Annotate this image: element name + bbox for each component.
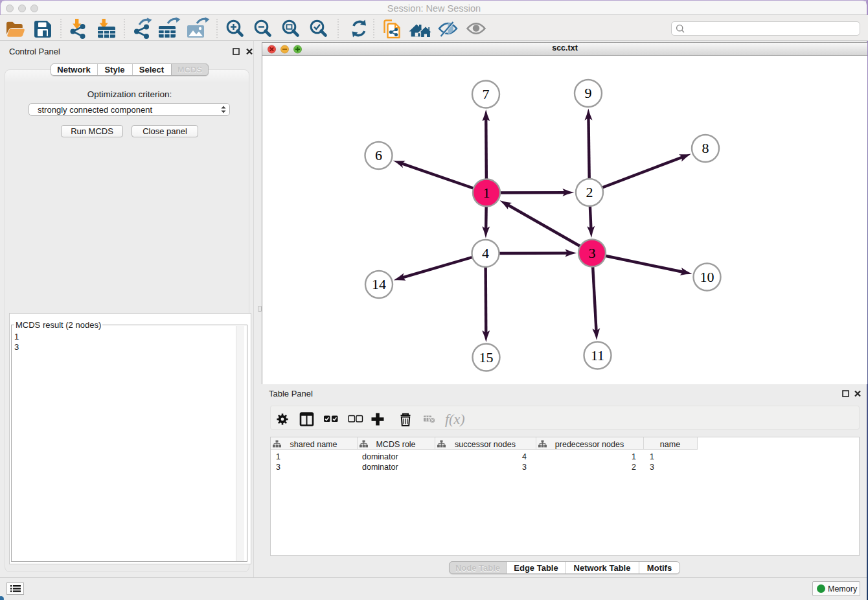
svg-text:10: 10 [700,269,714,285]
svg-text:11: 11 [591,347,604,363]
svg-text:14: 14 [372,276,386,292]
svg-text:7: 7 [483,86,490,102]
svg-text:8: 8 [702,140,709,156]
svg-text:1: 1 [483,185,490,201]
svg-text:f(x): f(x) [445,411,465,427]
svg-text:15: 15 [479,349,494,365]
svg-text:2: 2 [586,184,593,200]
svg-text:9: 9 [585,85,592,101]
svg-text:6: 6 [375,147,382,163]
svg-text:4: 4 [482,245,489,261]
svg-text:3: 3 [589,245,596,261]
